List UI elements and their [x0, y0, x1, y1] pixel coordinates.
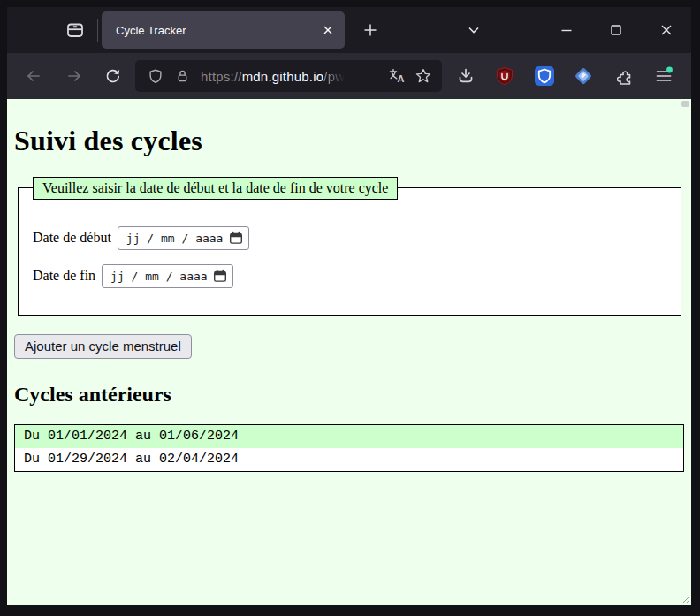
- address-bar[interactable]: https://mdn.github.io/pw A: [135, 60, 442, 92]
- blue-diamond-icon: [573, 65, 594, 87]
- translate-button[interactable]: A: [384, 64, 410, 88]
- start-date-input[interactable]: jj / mm / aaaa: [118, 226, 249, 250]
- download-icon: [457, 67, 475, 85]
- plus-icon: [363, 23, 377, 37]
- close-icon: [659, 23, 673, 37]
- site-security-button[interactable]: [169, 64, 195, 88]
- forward-button[interactable]: [59, 61, 89, 91]
- cycle-fieldset: Veuillez saisir la date de début et la d…: [18, 177, 681, 316]
- page-title: Suivi des cycles: [14, 125, 684, 157]
- chevron-down-icon: [467, 23, 481, 37]
- date-placeholder: jj / mm / aaaa: [126, 232, 229, 245]
- extensions-button[interactable]: [611, 61, 641, 91]
- ublock-origin-button[interactable]: [490, 61, 520, 91]
- start-date-row: Date de début jj / mm / aaaa: [33, 226, 666, 250]
- new-tab-button[interactable]: [355, 15, 385, 45]
- start-date-label: Date de début: [33, 230, 111, 246]
- url-scheme: https://: [201, 69, 242, 84]
- firefox-view-button[interactable]: [60, 15, 90, 45]
- tab-separator: [97, 19, 98, 42]
- cycle-legend: Veuillez saisir la date de début et la d…: [33, 177, 398, 200]
- tracking-protection-button[interactable]: [142, 64, 169, 88]
- reload-button[interactable]: [98, 61, 128, 91]
- past-cycles-heading: Cycles antérieurs: [14, 383, 684, 407]
- url-path: /pw: [323, 69, 345, 84]
- maximize-icon: [609, 23, 623, 37]
- minimize-icon: [559, 23, 574, 37]
- lock-icon: [175, 68, 190, 84]
- cycle-list-item: Du 01/29/2024 au 02/04/2024: [15, 448, 683, 471]
- maximize-button[interactable]: [601, 15, 631, 45]
- svg-text:A: A: [397, 73, 404, 84]
- shield-icon: [148, 68, 164, 85]
- page-scrollbar-thumb[interactable]: [681, 101, 689, 107]
- date-placeholder: jj / mm / aaaa: [110, 270, 213, 283]
- url-text: https://mdn.github.io/pw: [201, 69, 384, 84]
- ublock-shield-icon: [495, 66, 514, 86]
- new-period-form: Veuillez saisir la date de début et la d…: [14, 177, 684, 359]
- tab-strip: Cycle Tracker: [7, 7, 691, 53]
- bitwarden-button[interactable]: [529, 61, 559, 91]
- bitwarden-shield-icon: [534, 65, 555, 87]
- app-menu-button[interactable]: [649, 61, 679, 91]
- back-button[interactable]: [19, 61, 49, 91]
- browser-window: Cycle Tracker: [0, 0, 700, 616]
- downloads-button[interactable]: [451, 61, 481, 91]
- navigation-toolbar: https://mdn.github.io/pw A: [7, 53, 691, 99]
- tab-cycle-tracker[interactable]: Cycle Tracker: [102, 11, 345, 49]
- window-resize-grip[interactable]: [681, 594, 690, 604]
- window-close-button[interactable]: [651, 15, 681, 45]
- end-date-input[interactable]: jj / mm / aaaa: [102, 264, 233, 288]
- translate-icon: A: [389, 68, 406, 84]
- tabs-menu-button[interactable]: [459, 15, 489, 45]
- end-date-row: Date de fin jj / mm / aaaa: [33, 264, 666, 288]
- end-date-label: Date de fin: [33, 268, 95, 284]
- bookmark-button[interactable]: [410, 64, 437, 88]
- extension-diamond-button[interactable]: [568, 61, 598, 91]
- hamburger-icon: [654, 66, 673, 86]
- firefox-view-icon: [65, 20, 85, 40]
- tab-title: Cycle Tracker: [116, 24, 316, 37]
- add-cycle-button[interactable]: Ajouter un cycle menstruel: [14, 334, 192, 359]
- star-icon: [415, 68, 431, 84]
- update-available-dot: [666, 67, 673, 73]
- arrow-left-icon: [26, 68, 42, 84]
- page-content: Suivi des cycles Veuillez saisir la date…: [7, 99, 691, 605]
- calendar-icon[interactable]: [229, 231, 243, 245]
- calendar-icon[interactable]: [213, 269, 227, 283]
- url-host: mdn.github.io: [242, 69, 324, 84]
- cycle-list-item: Du 01/01/2024 au 01/06/2024: [15, 425, 683, 448]
- arrow-right-icon: [66, 68, 82, 84]
- past-cycles-list: Du 01/01/2024 au 01/06/2024 Du 01/29/202…: [14, 424, 684, 472]
- puzzle-icon: [617, 67, 635, 86]
- close-icon: [322, 24, 334, 36]
- tab-close-button[interactable]: [316, 19, 339, 42]
- reload-icon: [105, 68, 121, 84]
- minimize-button[interactable]: [552, 15, 582, 45]
